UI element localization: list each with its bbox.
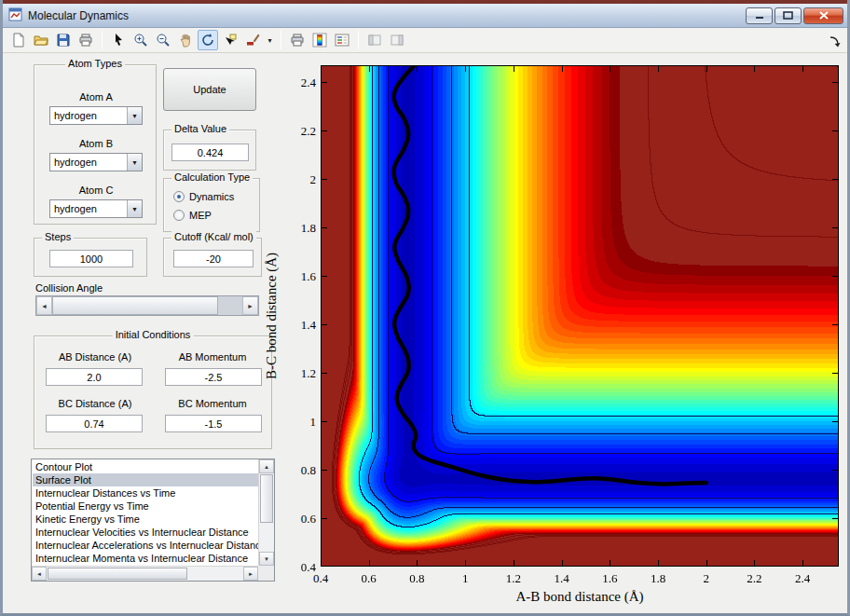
scroll-right-icon[interactable]: ► bbox=[243, 567, 258, 581]
save-figure-icon[interactable] bbox=[53, 30, 74, 50]
list-item[interactable]: Internuclear Distances vs Time bbox=[33, 486, 258, 500]
window-title: Molecular Dynamics bbox=[28, 9, 129, 22]
y-tick-label: 1.2 bbox=[288, 366, 316, 381]
pointer-icon[interactable] bbox=[108, 30, 129, 50]
y-tick-label: 1 bbox=[288, 415, 316, 430]
ab-momentum-field[interactable] bbox=[165, 368, 262, 386]
radio-label: MEP bbox=[189, 210, 212, 221]
bc-momentum-field[interactable] bbox=[165, 415, 262, 432]
scroll-down-icon[interactable]: ▼ bbox=[259, 552, 274, 566]
show-plot-tools-icon[interactable] bbox=[364, 30, 385, 50]
atom-b-dropdown[interactable]: hydrogen ▼ bbox=[49, 153, 143, 171]
bc-distance-field[interactable] bbox=[46, 415, 143, 432]
collision-angle-slider[interactable]: ◄ ► bbox=[35, 295, 259, 316]
radio-icon[interactable] bbox=[173, 210, 185, 221]
app-window: Molecular Dynamics bbox=[0, 0, 850, 616]
zoom-in-icon[interactable] bbox=[130, 30, 151, 50]
scrollbar-corner bbox=[258, 566, 274, 581]
pes-plot-canvas[interactable] bbox=[321, 65, 839, 567]
atom-a-value: hydrogen bbox=[50, 107, 127, 124]
list-item[interactable]: Kinetic Energy vs Time bbox=[33, 513, 258, 526]
y-axis-label: B-C bond distance (Å) bbox=[264, 253, 280, 379]
steps-field[interactable] bbox=[49, 250, 133, 267]
delta-value-field[interactable] bbox=[171, 144, 249, 161]
x-tick-label: 1.6 bbox=[594, 571, 625, 586]
list-item[interactable]: Internuclear Velocities vs Internuclear … bbox=[33, 526, 258, 539]
dock-figure-arrow-icon[interactable] bbox=[828, 34, 843, 49]
chevron-down-icon[interactable]: ▼ bbox=[127, 107, 142, 124]
slider-left-arrow-icon[interactable]: ◄ bbox=[36, 296, 52, 315]
brush-menu-caret-icon[interactable]: ▾ bbox=[265, 30, 275, 50]
rotate-3d-icon[interactable] bbox=[198, 30, 218, 50]
y-tick-label: 0.4 bbox=[288, 560, 316, 575]
brush-icon[interactable] bbox=[242, 30, 263, 50]
atom-c-dropdown[interactable]: hydrogen ▼ bbox=[49, 199, 143, 218]
pan-icon[interactable] bbox=[175, 30, 196, 50]
calc-radio[interactable]: Dynamics bbox=[173, 191, 234, 202]
slider-track[interactable] bbox=[218, 296, 242, 315]
atom-b-value: hydrogen bbox=[50, 154, 127, 171]
insert-legend-icon[interactable] bbox=[332, 30, 352, 50]
y-tick-label: 1.8 bbox=[288, 221, 316, 236]
scroll-left-icon[interactable]: ◄ bbox=[32, 567, 47, 581]
toolbar: ▾ bbox=[3, 28, 847, 53]
atom-a-label: Atom A bbox=[49, 91, 143, 103]
atom-c-value: hydrogen bbox=[50, 200, 127, 217]
print-icon[interactable] bbox=[287, 30, 308, 50]
print-figure-icon[interactable] bbox=[75, 30, 96, 50]
insert-colorbar-icon[interactable] bbox=[309, 30, 330, 50]
slider-thumb[interactable] bbox=[52, 296, 218, 315]
x-tick-label: 2.4 bbox=[787, 571, 818, 586]
x-tick-label: 0.8 bbox=[401, 571, 432, 586]
list-item[interactable]: Internuclear Accelerations vs Internucle… bbox=[33, 539, 258, 552]
calculation-type-title: Calculation Type bbox=[171, 171, 253, 183]
x-axis-label: A-B bond distance (Å) bbox=[321, 589, 839, 605]
horizontal-scroll-thumb[interactable] bbox=[48, 568, 187, 580]
x-tick-label: 2 bbox=[691, 571, 722, 586]
horizontal-scrollbar[interactable]: ◄ ► bbox=[32, 566, 258, 581]
cutoff-title: Cutoff (Kcal/ mol) bbox=[171, 231, 256, 242]
x-tick-label: 1.2 bbox=[498, 571, 529, 586]
x-tick-label: 1 bbox=[449, 571, 481, 586]
chevron-down-icon[interactable]: ▼ bbox=[127, 200, 142, 217]
radio-icon[interactable] bbox=[173, 191, 185, 202]
vertical-scroll-thumb[interactable] bbox=[260, 474, 273, 523]
calculation-type-panel: Calculation Type Dynamics MEP bbox=[163, 178, 260, 232]
calc-radio[interactable]: MEP bbox=[173, 210, 212, 221]
list-item[interactable]: Internuclear Momenta vs Internuclear Dis… bbox=[33, 552, 258, 565]
y-tick-label: 0.8 bbox=[288, 463, 316, 478]
figure-area: Atom Types Atom A hydrogen ▼ Atom B hydr… bbox=[3, 53, 847, 613]
minimize-button[interactable] bbox=[746, 7, 773, 24]
list-item[interactable]: Potential Energy vs Time bbox=[33, 500, 258, 513]
data-cursor-icon[interactable] bbox=[220, 30, 240, 50]
maximize-button[interactable] bbox=[775, 7, 802, 24]
close-button[interactable] bbox=[803, 7, 843, 24]
toolbar-separator bbox=[281, 31, 281, 49]
toolbar-separator bbox=[102, 31, 103, 49]
cutoff-panel: Cutoff (Kcal/ mol) bbox=[163, 238, 262, 277]
initial-conditions-panel: Initial Conditions AB Distance (A) AB Mo… bbox=[34, 335, 272, 449]
open-file-icon[interactable] bbox=[31, 30, 51, 50]
plot-type-list-items: Contour PlotSurface PlotInternuclear Dis… bbox=[33, 460, 258, 565]
slider-right-arrow-icon[interactable]: ► bbox=[242, 296, 258, 315]
ab-distance-field[interactable] bbox=[46, 368, 143, 386]
plot-type-list[interactable]: Contour PlotSurface PlotInternuclear Dis… bbox=[31, 459, 275, 582]
chevron-down-icon[interactable]: ▼ bbox=[127, 154, 142, 171]
steps-title: Steps bbox=[42, 231, 74, 242]
list-item[interactable]: Surface Plot bbox=[33, 473, 258, 486]
x-tick-label: 0.6 bbox=[353, 571, 385, 586]
hide-plot-tools-icon[interactable] bbox=[387, 30, 407, 50]
titlebar[interactable]: Molecular Dynamics bbox=[3, 4, 847, 28]
vertical-scrollbar[interactable]: ▲ ▼ bbox=[258, 459, 274, 566]
cutoff-field[interactable] bbox=[173, 250, 254, 267]
atom-a-dropdown[interactable]: hydrogen ▼ bbox=[49, 106, 143, 125]
y-tick-label: 0.6 bbox=[288, 512, 316, 527]
delta-value-title: Delta Value bbox=[171, 123, 229, 134]
y-tick-label: 2 bbox=[288, 172, 316, 187]
scroll-up-icon[interactable]: ▲ bbox=[259, 459, 274, 473]
y-tick-label: 1.4 bbox=[288, 318, 316, 333]
new-figure-icon[interactable] bbox=[8, 30, 29, 50]
zoom-out-icon[interactable] bbox=[153, 30, 173, 50]
list-item[interactable]: Contour Plot bbox=[33, 460, 258, 473]
update-button[interactable]: Update bbox=[163, 68, 256, 111]
